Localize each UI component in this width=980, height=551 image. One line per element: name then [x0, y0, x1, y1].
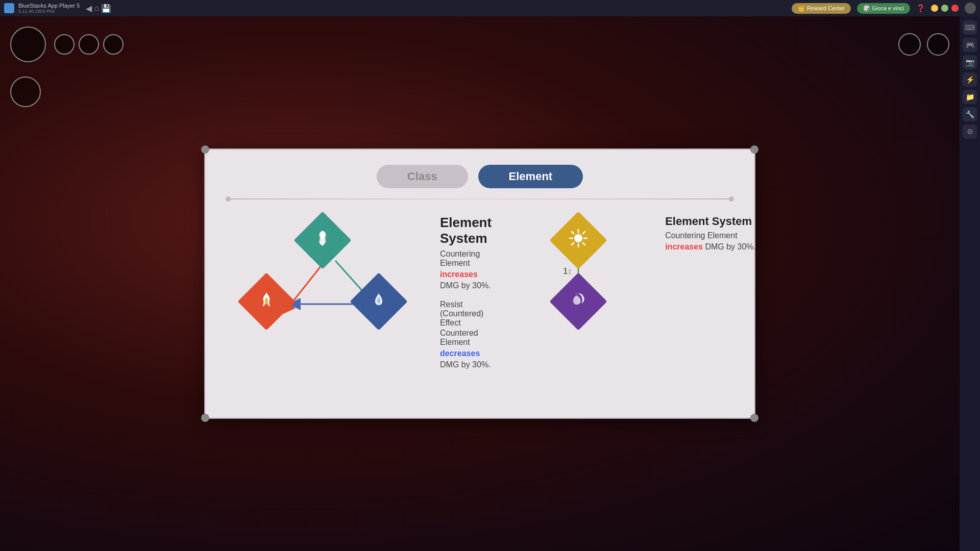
sidebar-camera-icon[interactable]: 📷 — [963, 55, 977, 69]
svg-line-11 — [583, 243, 585, 245]
reward-icon: 👑 — [798, 5, 805, 12]
left-dmg-text-2: DMG by 30%. — [440, 360, 491, 369]
resize-handle-br[interactable] — [750, 414, 758, 422]
sidebar-keyboard-icon[interactable]: ⌨ — [963, 20, 977, 35]
resize-handle-tr[interactable] — [750, 145, 758, 154]
modal-overlay: Class Element — [0, 16, 960, 551]
nav-home-icon[interactable]: ⌂ — [94, 4, 99, 13]
window-controls — [931, 5, 959, 12]
left-countering-label: Countering Element — [440, 249, 492, 268]
sidebar-settings-icon[interactable]: ⚙ — [963, 124, 977, 139]
right-increases-text: increases — [665, 242, 703, 251]
app-version: 5.11.40.1003 P64 — [18, 9, 80, 14]
right-dmg-text: DMG by 30%. — [703, 242, 756, 251]
maximize-button[interactable] — [941, 5, 948, 12]
play-label: Gioca e vinci — [872, 5, 904, 11]
left-decreases-text: decreases — [440, 349, 480, 358]
wind-symbol — [312, 228, 333, 253]
shadow-symbol — [568, 289, 589, 314]
fire-symbol — [256, 289, 277, 314]
right-info-title: Element System — [665, 215, 767, 228]
svg-line-12 — [583, 232, 585, 234]
play-icon: 🎲 — [863, 5, 870, 11]
section-divider — [226, 198, 734, 199]
sidebar-lightning-icon[interactable]: ⚡ — [963, 72, 977, 87]
tab-element[interactable]: Element — [478, 165, 583, 188]
left-info-title: Element System — [440, 215, 492, 246]
topbar-nav: ◀ ⌂ 💾 — [86, 4, 111, 13]
left-increases-text: increases — [440, 270, 478, 279]
left-dmg-text: DMG by 30%. — [440, 281, 491, 290]
app-logo — [4, 3, 14, 13]
tab-class[interactable]: Class — [377, 165, 468, 188]
element-modal: Class Element — [204, 148, 755, 419]
right-info-block: Element System Countering Element increa… — [665, 215, 767, 261]
tab-bar: Class Element — [226, 165, 734, 188]
left-info-block: Element System Countering Element increa… — [440, 215, 492, 379]
svg-point-5 — [574, 234, 582, 242]
right-countering-label: Countering Element — [665, 231, 767, 240]
help-icon[interactable]: ❓ — [916, 4, 925, 12]
reward-label: Reward Center — [807, 5, 845, 11]
app-title: BlueStacks App Player 5 — [18, 3, 80, 9]
reward-center-button[interactable]: 👑 Reward Center — [792, 3, 851, 14]
modal-content: Element System Countering Element increa… — [226, 215, 734, 379]
resize-handle-bl[interactable] — [201, 414, 209, 422]
sun-symbol — [568, 228, 589, 253]
app-topbar: BlueStacks App Player 5 5.11.40.1003 P64… — [0, 0, 980, 16]
svg-line-10 — [572, 232, 574, 234]
svg-line-13 — [572, 243, 574, 245]
sidebar-gamepad-icon[interactable]: 🎮 — [963, 38, 977, 52]
play-win-button[interactable]: 🎲 Gioca e vinci — [857, 3, 910, 14]
element-counter: 1↕ — [563, 267, 572, 276]
sidebar-folder-icon[interactable]: 📁 — [963, 90, 977, 104]
user-avatar[interactable] — [965, 3, 976, 14]
left-countered-label: Countered Element — [440, 329, 492, 347]
left-element-diagram — [236, 215, 409, 347]
minimize-button[interactable] — [931, 5, 938, 12]
topbar-right: 👑 Reward Center 🎲 Gioca e vinci ❓ — [792, 3, 976, 14]
close-button[interactable] — [951, 5, 959, 12]
nav-save-icon[interactable]: 💾 — [101, 4, 111, 13]
left-resist-title: Resist (Countered) Effect — [440, 300, 492, 328]
right-sidebar: ⌨ 🎮 📷 ⚡ 📁 🔧 ⚙ — [960, 16, 980, 551]
left-countering-text: increases DMG by 30%. — [440, 269, 492, 292]
water-symbol — [369, 289, 389, 314]
resize-handle-tl[interactable] — [201, 145, 209, 154]
left-countered-text: decreases DMG by 30%. — [440, 348, 492, 371]
nav-back-icon[interactable]: ◀ — [86, 4, 92, 13]
right-element-diagram: 1↕ — [522, 215, 634, 347]
right-countering-text: increases DMG by 30%. — [665, 241, 767, 253]
sidebar-tool-icon[interactable]: 🔧 — [963, 107, 977, 121]
